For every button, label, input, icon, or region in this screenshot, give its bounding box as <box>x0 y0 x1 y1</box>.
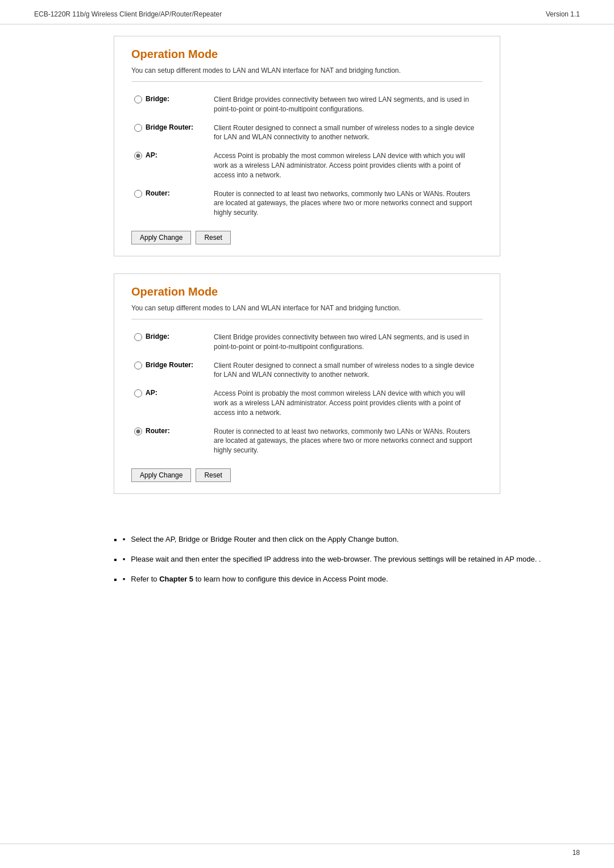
s2-router-label[interactable]: Router: <box>134 427 208 435</box>
s2-router-label-cell: Router: <box>131 422 211 460</box>
page-footer: 18 <box>0 844 614 857</box>
section-2: Operation Mode You can setup different m… <box>114 273 500 494</box>
router-label-text: Router: <box>146 189 170 197</box>
ap-radio[interactable] <box>134 152 142 160</box>
bridge-label-text: Bridge: <box>146 95 169 103</box>
s2-router-radio[interactable] <box>134 427 142 435</box>
section-1-apply-button[interactable]: Apply Change <box>131 231 191 244</box>
bridge-router-radio[interactable] <box>134 124 142 132</box>
s2-bridge-router-radio[interactable] <box>134 362 142 369</box>
bridge-label[interactable]: Bridge: <box>134 95 208 103</box>
bridge-router-label[interactable]: Bridge Router: <box>134 123 208 132</box>
section-1-mode-table: Bridge: Client Bridge provides connectiv… <box>131 90 483 222</box>
s2-bridge-label-text: Bridge: <box>146 333 169 340</box>
bullet-icon: ▪ <box>123 554 126 565</box>
section-2-reset-button[interactable]: Reset <box>196 468 230 482</box>
section-1-description: You can setup different modes to LAN and… <box>131 67 483 82</box>
s2-bridge-router-label-cell: Bridge Router: <box>131 356 211 385</box>
ap-label-cell: AP: <box>131 147 211 184</box>
router-desc: Router is connected to at least two netw… <box>211 185 483 222</box>
s2-ap-label-cell: AP: <box>131 384 211 422</box>
s2-bridge-label-cell: Bridge: <box>131 328 211 356</box>
bullet-text-2: Please wait and then enter the specified… <box>131 554 580 565</box>
bridge-router-label-cell: Bridge Router: <box>131 119 211 147</box>
section-2-description: You can setup different modes to LAN and… <box>131 304 483 319</box>
s2-bridge-desc: Client Bridge provides connectivity betw… <box>211 328 483 356</box>
table-row: Bridge Router: Client Router designed to… <box>131 356 483 385</box>
s2-bridge-router-label-text: Bridge Router: <box>146 361 193 369</box>
s2-bridge-radio[interactable] <box>134 333 142 341</box>
section-1-button-row: Apply Change Reset <box>131 231 483 244</box>
s2-bridge-router-desc: Client Router designed to connect a smal… <box>211 356 483 385</box>
ap-label[interactable]: AP: <box>134 151 208 160</box>
section-1-title: Operation Mode <box>131 48 483 61</box>
header-version: Version 1.1 <box>546 10 580 18</box>
bullet-text-3: Refer to Chapter 5 to learn how to confi… <box>131 574 580 585</box>
section-1: Operation Mode You can setup different m… <box>114 36 500 256</box>
bullet-icon: ▪ <box>123 574 126 585</box>
s2-router-desc: Router is connected to at least two netw… <box>211 422 483 460</box>
table-row: Bridge Router: Client Router designed to… <box>131 119 483 147</box>
section-2-apply-button[interactable]: Apply Change <box>131 468 191 482</box>
table-row: Bridge: Client Bridge provides connectiv… <box>131 328 483 356</box>
bridge-desc: Client Bridge provides connectivity betw… <box>211 90 483 119</box>
section-2-title: Operation Mode <box>131 285 483 298</box>
s2-bridge-label[interactable]: Bridge: <box>134 333 208 341</box>
page-container: ECB-1220R 11b/g Wireless Client Bridge/A… <box>0 0 614 868</box>
bullet-icon: ▪ <box>123 534 126 545</box>
table-row: Router: Router is connected to at least … <box>131 185 483 222</box>
table-row: Router: Router is connected to at least … <box>131 422 483 460</box>
s2-router-label-text: Router: <box>146 427 170 435</box>
page-number: 18 <box>572 849 580 857</box>
table-row: Bridge: Client Bridge provides connectiv… <box>131 90 483 119</box>
router-radio[interactable] <box>134 190 142 198</box>
bridge-router-label-text: Bridge Router: <box>146 123 193 131</box>
bridge-router-desc: Client Router designed to connect a smal… <box>211 119 483 147</box>
table-row: AP: Access Point is probably the most co… <box>131 384 483 422</box>
ap-desc: Access Point is probably the most common… <box>211 147 483 184</box>
header-title: ECB-1220R 11b/g Wireless Client Bridge/A… <box>34 10 222 18</box>
router-label-cell: Router: <box>131 185 211 222</box>
s2-ap-radio[interactable] <box>134 389 142 397</box>
section-1-reset-button[interactable]: Reset <box>196 231 230 244</box>
chapter-5-bold: Chapter 5 <box>159 575 193 583</box>
s2-ap-label[interactable]: AP: <box>134 389 208 397</box>
list-item: ▪ Refer to Chapter 5 to learn how to con… <box>114 574 580 587</box>
main-content: Operation Mode You can setup different m… <box>0 24 614 522</box>
s2-ap-label-text: AP: <box>146 389 157 397</box>
table-row: AP: Access Point is probably the most co… <box>131 147 483 184</box>
bullet-text-1: Select the AP, Bridge or Bridge Router a… <box>131 534 580 545</box>
list-item: ▪ Please wait and then enter the specifi… <box>114 554 580 567</box>
router-label[interactable]: Router: <box>134 189 208 198</box>
page-header: ECB-1220R 11b/g Wireless Client Bridge/A… <box>0 0 614 24</box>
bridge-radio[interactable] <box>134 95 142 103</box>
bridge-label-cell: Bridge: <box>131 90 211 119</box>
s2-bridge-router-label[interactable]: Bridge Router: <box>134 361 208 369</box>
list-item: ▪ Select the AP, Bridge or Bridge Router… <box>114 534 580 547</box>
s2-ap-desc: Access Point is probably the most common… <box>211 384 483 422</box>
bullet-list: ▪ Select the AP, Bridge or Bridge Router… <box>114 534 614 587</box>
section-2-mode-table: Bridge: Client Bridge provides connectiv… <box>131 328 483 460</box>
section-2-button-row: Apply Change Reset <box>131 468 483 482</box>
ap-label-text: AP: <box>146 151 157 159</box>
